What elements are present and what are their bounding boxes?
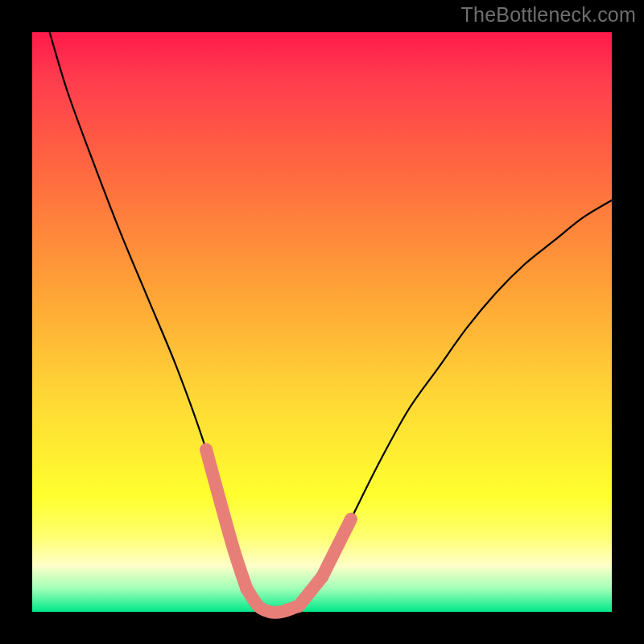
- highlight-segment-0: [206, 449, 246, 588]
- plot-area: [32, 32, 612, 612]
- watermark-text: TheBottleneck.com: [461, 3, 636, 27]
- highlight-segment-1: [246, 588, 299, 613]
- chart-frame: TheBottleneck.com: [0, 0, 644, 644]
- curve-path: [50, 32, 612, 613]
- highlight-group: [206, 449, 351, 613]
- bottleneck-curve-svg: [32, 32, 612, 612]
- highlight-segment-3: [322, 519, 351, 577]
